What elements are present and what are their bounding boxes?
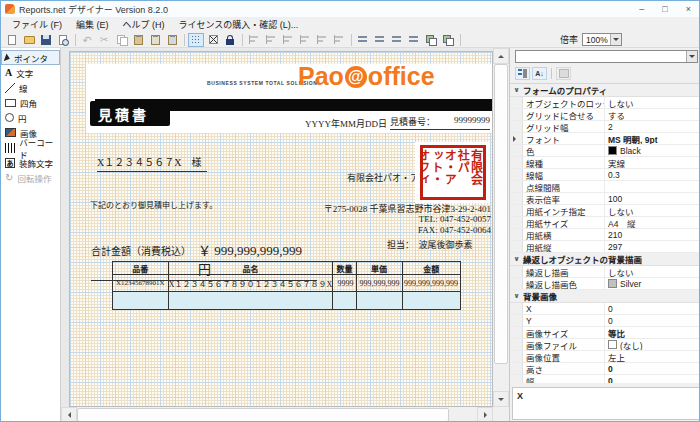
property-row[interactable]: 幅0	[510, 375, 700, 383]
open-button[interactable]	[21, 33, 37, 47]
customer-name-field[interactable]: X１２３４５６７X 様	[97, 154, 207, 172]
property-row[interactable]: 繰返し描画色Silver	[510, 278, 700, 290]
align-left-button[interactable]	[246, 33, 262, 47]
toolbar-separator	[242, 34, 243, 46]
property-row[interactable]: 用紙横210	[510, 229, 700, 241]
property-row[interactable]: 用紙サイズA4＿縦	[510, 217, 700, 229]
vertical-scrollbar[interactable]	[493, 48, 509, 407]
vertical-scroll-thumb[interactable]	[494, 64, 508, 364]
categorized-view-button[interactable]	[515, 67, 530, 80]
save-button[interactable]	[38, 33, 54, 47]
property-row[interactable]: 表示倍率100	[510, 193, 700, 205]
property-row[interactable]: 高さ0	[510, 363, 700, 375]
tool-line[interactable]: 線	[1, 80, 60, 95]
property-row[interactable]: X0	[510, 303, 700, 315]
undo-icon: ↶	[82, 35, 91, 45]
preview-button[interactable]	[55, 33, 71, 47]
new-button[interactable]	[4, 33, 20, 47]
property-row[interactable]: 画像ファイル(なし)	[510, 339, 700, 351]
quote-number-field[interactable]: 見積番号： 99999999	[390, 115, 490, 130]
address-block[interactable]: 〒275-0028 千葉県習志野市谷津3-29-2-401 TEL: 047-4…	[305, 204, 491, 235]
items-table[interactable]: 品番 品名 数量 単価 金額 X12345678901X X１２３４５６７８９０…	[112, 261, 461, 310]
scroll-right-button[interactable]	[477, 407, 493, 422]
staff-field[interactable]: 担当： 波尾後御歩素	[387, 238, 473, 251]
tool-rectangle[interactable]: 四角	[1, 95, 60, 110]
align-middle-button[interactable]	[314, 33, 330, 47]
property-row[interactable]: 線種実線	[510, 157, 700, 169]
tool-pointer[interactable]: ポインタ	[1, 50, 60, 65]
menu-file[interactable]: ファイル (F)	[5, 17, 69, 32]
scroll-down-button[interactable]	[493, 391, 509, 407]
undo-button[interactable]: ↶	[79, 33, 95, 47]
space-evenly-button[interactable]	[406, 33, 422, 47]
property-row[interactable]: 色Black	[510, 145, 700, 157]
close-button[interactable]: ×	[686, 4, 691, 14]
greeting-text[interactable]: 下記のとおり御見積申し上げます。	[90, 199, 217, 210]
align-right-button[interactable]	[280, 33, 296, 47]
menu-license[interactable]: ライセンスの購入・確認 (L)...	[172, 17, 306, 32]
property-row[interactable]: Y0	[510, 315, 700, 327]
property-row[interactable]: グリッド幅2	[510, 121, 700, 133]
section-header[interactable]: ∨背景画像	[510, 290, 700, 303]
zoom-combo[interactable]: 100%	[582, 33, 622, 46]
align-top-button[interactable]	[297, 33, 313, 47]
date-field[interactable]: YYYY年MM月DD日	[305, 117, 387, 130]
report-page[interactable]: BUSINESS SYSTEM TOTAL SOLUSION Pao@offic…	[69, 51, 493, 407]
horizontal-scroll-thumb[interactable]	[77, 408, 449, 422]
align-left-icon	[249, 35, 259, 44]
object-bounds-button[interactable]	[205, 33, 221, 47]
alphabetical-view-button[interactable]: A↓	[532, 67, 547, 80]
property-row[interactable]: 画像サイズ等比	[510, 327, 700, 339]
property-row[interactable]: 画像位置左上	[510, 351, 700, 363]
tool-text[interactable]: A文字	[1, 65, 60, 80]
copy-button[interactable]	[113, 33, 129, 47]
tool-decorated-text[interactable]: あ装飾文字	[1, 155, 60, 170]
menu-help[interactable]: ヘルプ (H)	[116, 17, 172, 32]
paste-button[interactable]	[130, 33, 146, 47]
tool-circle[interactable]: 円	[1, 110, 60, 125]
scroll-up-button[interactable]	[493, 48, 509, 64]
company-logo[interactable]: Pao@office	[298, 62, 435, 91]
send-to-back-button[interactable]	[440, 33, 456, 47]
align-bottom-button[interactable]	[331, 33, 347, 47]
paste-format-button[interactable]	[164, 33, 180, 47]
paste-special-button[interactable]	[147, 33, 163, 47]
same-width-button[interactable]	[355, 33, 371, 47]
scroll-left-button[interactable]	[61, 407, 77, 422]
align-center-button[interactable]	[263, 33, 279, 47]
document-title[interactable]: 見積書	[90, 101, 170, 126]
property-row[interactable]: フォントMS 明朝, 9pt	[510, 133, 700, 145]
company-seal-image[interactable]: 有限会社パオ・アット・オフィス印	[415, 142, 490, 203]
lock-button[interactable]	[222, 33, 238, 47]
empty-cell	[333, 292, 356, 310]
circle-icon	[5, 113, 14, 122]
preview-icon	[59, 35, 67, 45]
design-canvas[interactable]: BUSINESS SYSTEM TOTAL SOLUSION Pao@offic…	[61, 48, 509, 422]
property-row[interactable]: 点線間隔	[510, 181, 700, 193]
property-row[interactable]: 用紙インチ指定しない	[510, 205, 700, 217]
property-row[interactable]: 繰返し描画しない	[510, 266, 700, 278]
same-height-button[interactable]	[372, 33, 388, 47]
rotate-icon: ↻	[5, 172, 13, 183]
property-description-box: X	[512, 387, 700, 420]
tool-barcode[interactable]: バーコード	[1, 140, 60, 155]
property-row[interactable]: 用紙縦297	[510, 241, 700, 253]
minimize-button[interactable]: –	[639, 4, 644, 14]
object-bounds-icon	[209, 35, 218, 44]
section-title: フォームのプロパティ	[523, 84, 607, 96]
cut-button[interactable]: ✂	[96, 33, 112, 47]
snap-grid-button[interactable]	[188, 33, 204, 47]
align-right-icon	[283, 35, 293, 44]
same-size-button[interactable]	[389, 33, 405, 47]
property-row[interactable]: オブジェクトのロックしない	[510, 97, 700, 109]
section-header[interactable]: ∨繰返しオブジェクトの背景描画	[510, 253, 700, 266]
section-header[interactable]: ∨フォームのプロパティ	[510, 84, 700, 97]
object-selector-combo[interactable]	[515, 50, 698, 63]
property-row[interactable]: グリッドに合せるする	[510, 109, 700, 121]
maximize-button[interactable]: □	[662, 4, 667, 14]
menu-edit[interactable]: 編集 (E)	[69, 17, 116, 32]
bring-to-front-button[interactable]	[423, 33, 439, 47]
col-header: 単価	[356, 262, 402, 275]
horizontal-scrollbar[interactable]	[61, 407, 493, 422]
property-row[interactable]: 線幅0.3	[510, 169, 700, 181]
